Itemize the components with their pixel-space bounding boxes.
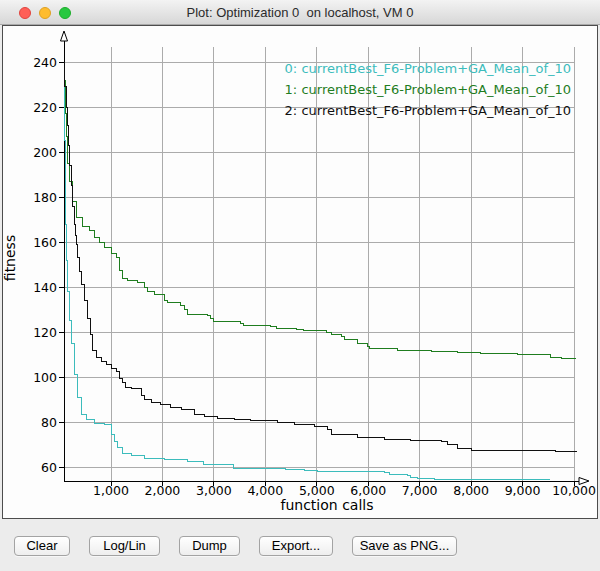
y-tick-label: 80 [41,415,57,430]
fitness-plot: 24022020018016014012010080601,0002,0003,… [3,26,597,518]
y-axis-arrow-icon [61,31,68,41]
x-tick-label: 6,000 [350,483,386,498]
log-lin-button[interactable]: Log/Lin [89,536,160,556]
y-tick-label: 120 [33,325,57,340]
x-tick-label: 3,000 [196,483,232,498]
x-tick-label: 9,000 [505,483,541,498]
x-tick-label: 7,000 [402,483,438,498]
series-line [64,67,549,481]
clear-button[interactable]: Clear [14,536,70,556]
legend-item: 2: currentBest_F6-Problem+GA_Mean_of_10 [285,103,571,118]
series-line [64,62,576,452]
y-tick-label: 160 [33,235,57,250]
title-bar: Plot: Optimization 0 on localhost, VM 0 [0,0,600,25]
y-tick-label: 240 [33,55,57,70]
x-tick-label: 2,000 [145,483,181,498]
y-tick-label: 60 [41,460,57,475]
y-tick-label: 220 [33,100,57,115]
y-axis-label: fitness [3,235,18,281]
x-tick-label: 8,000 [453,483,489,498]
export-button[interactable]: Export... [259,536,333,556]
plot-panel: 24022020018016014012010080601,0002,0003,… [2,25,598,519]
x-tick-label: 1,000 [93,483,129,498]
window-title: Plot: Optimization 0 on localhost, VM 0 [0,0,600,25]
y-tick-label: 100 [33,370,57,385]
app-window: Plot: Optimization 0 on localhost, VM 0 … [0,0,600,571]
dump-button[interactable]: Dump [179,536,240,556]
x-tick-label: 5,000 [299,483,335,498]
x-tick-label: 4,000 [247,483,283,498]
legend-item: 0: currentBest_F6-Problem+GA_Mean_of_10 [285,61,571,76]
legend-item: 1: currentBest_F6-Problem+GA_Mean_of_10 [285,82,571,97]
x-tick-label: 10,000 [552,483,596,498]
y-tick-label: 140 [33,280,57,295]
x-axis-label: function calls [281,497,374,513]
series-line [64,80,576,358]
y-tick-label: 200 [33,145,57,160]
y-tick-label: 180 [33,190,57,205]
save-as-png-button[interactable]: Save as PNG... [352,536,457,556]
